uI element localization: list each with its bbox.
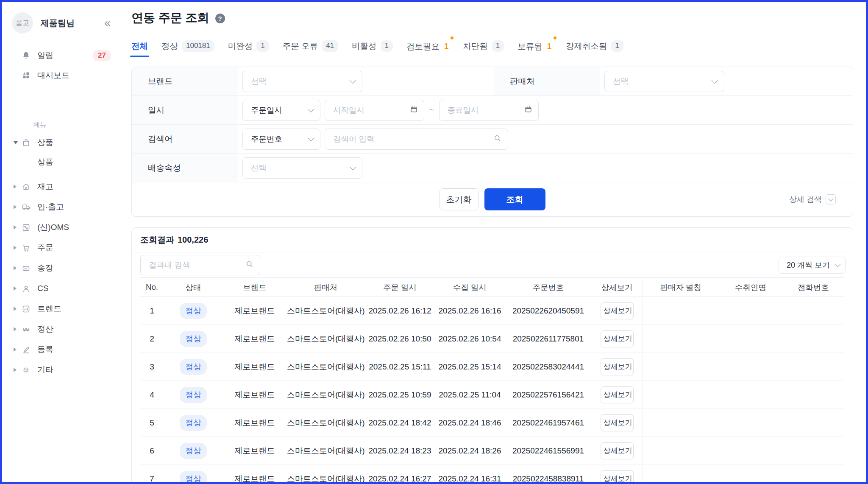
filter-actions: 초기화 조회 상세 검색	[132, 182, 853, 216]
search-icon[interactable]	[493, 134, 502, 144]
pencil-icon	[21, 345, 31, 354]
calendar-icon[interactable]	[524, 105, 532, 115]
detail-button[interactable]: 상세보기	[601, 470, 634, 482]
cell-order-at: 2025.02.25 15:11	[365, 353, 435, 381]
advanced-search-toggle[interactable]: 상세 검색	[789, 194, 836, 204]
tab-review-needed[interactable]: 검토필요 1	[406, 36, 449, 57]
bell-icon	[21, 51, 31, 60]
results-title: 조회결과	[140, 234, 174, 246]
end-date-field[interactable]	[442, 105, 524, 115]
col-order-at: 주문 일시	[365, 278, 435, 297]
tab-incomplete[interactable]: 미완성 1	[228, 36, 269, 57]
cell-collected-at: 2025.02.24 18:46	[435, 409, 505, 437]
tab-force-cancelled[interactable]: 강제취소됨 1	[566, 36, 623, 57]
seller-select[interactable]: 선택	[604, 71, 724, 92]
cell-receiver	[719, 437, 782, 465]
tab-count: 1	[546, 40, 552, 52]
col-brand: 브랜드	[223, 278, 287, 297]
brand-filter-label: 브랜드	[132, 67, 238, 95]
cell-brand: 제로브랜드	[223, 465, 287, 482]
date-type-select[interactable]: 주문일시	[242, 100, 320, 121]
sidebar-item-settlement[interactable]: 정산	[2, 319, 121, 339]
cell-phone	[782, 297, 844, 325]
sidebar-item-etc[interactable]: 기타	[2, 360, 121, 380]
sidebar-item-register[interactable]: 등록	[2, 339, 121, 360]
cell-order-at: 2025.02.24 18:23	[365, 437, 435, 465]
tab-label: 전체	[131, 40, 148, 52]
page-title: 연동 주문 조회	[131, 11, 209, 25]
sidebar-item-inout[interactable]: 입·출고	[2, 197, 121, 217]
cell-collected-at: 2025.02.24 16:31	[435, 465, 505, 482]
detail-button[interactable]: 상세보기	[601, 442, 634, 459]
date-range-separator: ~	[429, 106, 434, 115]
sidebar-item-inventory[interactable]: 재고	[2, 176, 121, 197]
detail-button[interactable]: 상세보기	[601, 330, 634, 347]
cell-no: 4	[140, 381, 164, 409]
bar-chart-icon	[21, 304, 31, 313]
sidebar-item-product[interactable]: 상품	[2, 132, 121, 153]
chevron-right-icon	[14, 368, 17, 372]
tab-label: 미완성	[228, 40, 253, 52]
page-size-select[interactable]: 20 개씩 보기	[779, 257, 846, 274]
col-receiver: 수취인명	[719, 278, 782, 297]
orders-table: No. 상태 브랜드 판매처 주문 일시 수집 일시 주문번호 상세보기 판매자…	[140, 277, 844, 482]
tab-count: 1	[611, 40, 623, 51]
start-date-field[interactable]	[328, 105, 410, 115]
chevron-down-icon	[712, 77, 718, 84]
shipping-select[interactable]: 선택	[242, 157, 362, 179]
collapse-sidebar-icon[interactable]: «	[104, 17, 111, 29]
advanced-search-label: 상세 검색	[789, 194, 822, 204]
reset-button[interactable]: 초기화	[440, 188, 479, 210]
keyword-input[interactable]	[325, 129, 508, 150]
search-icon[interactable]	[245, 260, 254, 270]
keyword-type-select[interactable]: 주문번호	[242, 129, 320, 150]
tab-order-error[interactable]: 주문 오류 41	[283, 36, 338, 57]
search-button[interactable]: 조회	[484, 188, 545, 210]
sidebar-item-cs[interactable]: CS	[2, 278, 121, 299]
detail-button[interactable]: 상세보기	[601, 386, 634, 403]
person-icon	[21, 284, 31, 293]
cell-order-at: 2025.02.26 10:50	[365, 325, 435, 353]
sidebar-item-trend[interactable]: 트렌드	[2, 299, 121, 319]
results-search-field[interactable]	[143, 260, 245, 270]
main-content: 연동 주문 조회 ? 전체 정상 100181 미완성 1 주문 오류 41 비…	[121, 2, 866, 482]
tab-inactive[interactable]: 비활성 1	[352, 36, 393, 57]
sidebar-item-label: 입·출고	[37, 201, 64, 213]
detail-button[interactable]: 상세보기	[601, 302, 634, 319]
calendar-icon[interactable]	[410, 105, 418, 115]
tab-label: 강제취소됨	[566, 40, 607, 52]
help-icon[interactable]: ?	[215, 14, 225, 23]
cell-order-at: 2025.02.24 18:42	[365, 409, 435, 437]
cell-order-at: 2025.02.24 16:27	[365, 465, 435, 482]
tab-on-hold[interactable]: 보류됨 1	[517, 36, 552, 57]
cell-seller-alias	[643, 465, 719, 482]
cell-receiver	[719, 381, 782, 409]
cell-phone	[782, 465, 844, 482]
table-row: 2 정상 제로브랜드 스마트스토어(대행사) 2025.02.26 10:50 …	[140, 325, 844, 353]
sidebar-item-label: 재고	[37, 181, 53, 192]
results-search-input[interactable]	[140, 255, 260, 275]
brand-select[interactable]: 선택	[242, 71, 362, 92]
sidebar-item-notifications[interactable]: 알림 27	[2, 45, 121, 65]
cell-no: 1	[140, 297, 164, 325]
tab-normal[interactable]: 정상 100181	[161, 36, 214, 57]
end-date-input[interactable]	[439, 100, 539, 121]
col-order-no: 주문번호	[505, 278, 592, 297]
tab-label: 비활성	[352, 40, 377, 52]
chevron-right-icon	[14, 327, 17, 331]
keyword-field[interactable]	[328, 134, 493, 144]
shipping-filter-label: 배송속성	[132, 154, 238, 182]
sidebar-item-order[interactable]: 주문	[2, 238, 121, 258]
tab-blocked[interactable]: 차단됨 1	[463, 36, 504, 57]
detail-button[interactable]: 상세보기	[601, 414, 634, 431]
sidebar-item-dashboard[interactable]: 대시보드	[2, 65, 121, 85]
sidebar-item-label: 등록	[37, 344, 53, 355]
sidebar-subitem-product[interactable]: 상품	[2, 153, 121, 171]
col-seller-alias: 판매자 별칭	[643, 278, 719, 297]
start-date-input[interactable]	[325, 100, 424, 121]
sidebar-item-invoice[interactable]: 송장	[2, 258, 121, 278]
tab-all[interactable]: 전체	[131, 36, 148, 57]
tab-label: 정상	[161, 40, 178, 52]
detail-button[interactable]: 상세보기	[601, 358, 634, 375]
sidebar-item-oms[interactable]: (신)OMS	[2, 217, 121, 238]
